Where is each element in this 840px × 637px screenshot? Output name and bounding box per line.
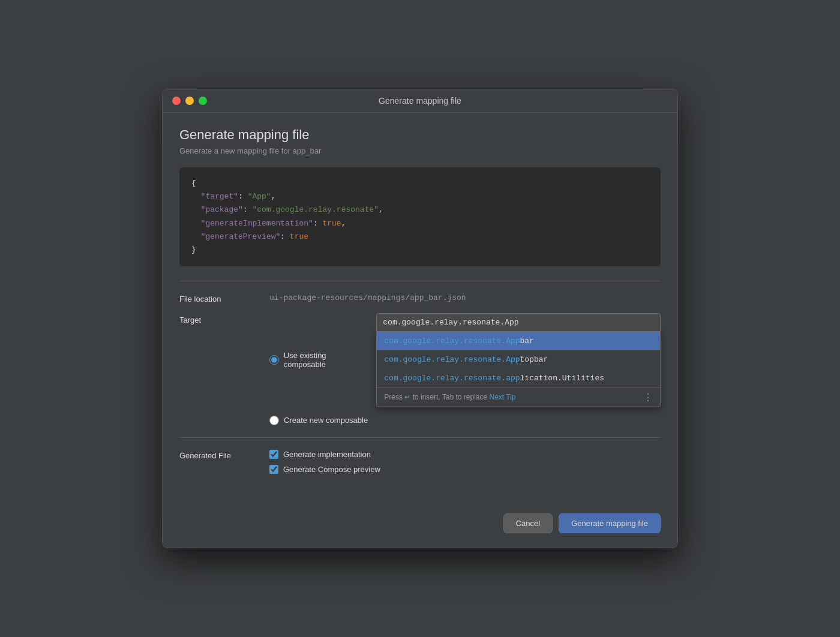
title-bar: Generate mapping file bbox=[163, 89, 677, 113]
target-row: Target Use existing composable bbox=[179, 313, 661, 425]
maximize-button[interactable] bbox=[199, 97, 207, 105]
window-title: Generate mapping file bbox=[379, 96, 461, 106]
code-val-gen-impl: true bbox=[322, 219, 341, 228]
gen-preview-option[interactable]: Generate Compose preview bbox=[269, 465, 380, 474]
ac-suffix-0: bar bbox=[520, 336, 534, 345]
next-tip-link[interactable]: Next Tip bbox=[490, 393, 516, 401]
close-button[interactable] bbox=[172, 97, 181, 105]
gen-impl-option[interactable]: Generate implementation bbox=[269, 450, 380, 459]
create-new-radio[interactable] bbox=[269, 416, 279, 425]
ac-base-1: com.google.relay.resonate.App bbox=[384, 355, 520, 364]
code-block: { "target": "App", "package": "com.googl… bbox=[179, 167, 661, 266]
ac-suffix-1: topbar bbox=[520, 355, 548, 364]
dialog-body: Generate mapping file Generate a new map… bbox=[163, 113, 677, 504]
ac-base-2: com.google.relay.resonate.app bbox=[384, 374, 520, 383]
file-location-value: ui-package-resources/mappings/app_bar.js… bbox=[269, 293, 466, 302]
autocomplete-dropdown: com.google.relay.resonate.Appbar com.goo… bbox=[376, 331, 661, 407]
more-options-icon[interactable]: ⋮ bbox=[643, 392, 653, 403]
create-new-option[interactable]: Create new composable bbox=[269, 416, 661, 425]
autocomplete-item-1[interactable]: com.google.relay.resonate.Apptopbar bbox=[377, 350, 660, 369]
autocomplete-item-0[interactable]: com.google.relay.resonate.Appbar bbox=[377, 332, 660, 350]
cancel-button[interactable]: Cancel bbox=[503, 513, 553, 533]
minimize-button[interactable] bbox=[185, 97, 194, 105]
code-key-gen-impl: "generateImplementation" bbox=[201, 219, 313, 228]
use-existing-option[interactable]: Use existing composable bbox=[269, 351, 369, 369]
use-existing-label: Use existing composable bbox=[284, 351, 370, 369]
dialog-footer: Cancel Generate mapping file bbox=[163, 504, 677, 548]
dialog-heading: Generate mapping file bbox=[179, 127, 661, 143]
target-options: Use existing composable com.google.relay… bbox=[269, 313, 661, 425]
gen-impl-label: Generate implementation bbox=[283, 450, 371, 459]
gen-preview-checkbox[interactable] bbox=[269, 465, 278, 474]
dialog: Generate mapping file Generate mapping f… bbox=[162, 89, 678, 548]
dialog-subheading: Generate a new mapping file for app_bar bbox=[179, 146, 661, 155]
autocomplete-wrapper: com.google.relay.resonate.Appbar com.goo… bbox=[376, 313, 661, 407]
file-location-label: File location bbox=[179, 293, 269, 304]
generated-file-options: Generate implementation Generate Compose… bbox=[269, 450, 380, 480]
file-location-row: File location ui-package-resources/mappi… bbox=[179, 293, 661, 304]
autocomplete-hint: Press ↵ to insert, Tab to replace Next T… bbox=[384, 393, 515, 401]
code-key-package: "package" bbox=[201, 205, 243, 214]
autocomplete-footer: Press ↵ to insert, Tab to replace Next T… bbox=[377, 387, 660, 407]
code-key-gen-preview: "generatePreview" bbox=[201, 232, 281, 241]
generate-button[interactable]: Generate mapping file bbox=[559, 513, 661, 533]
traffic-lights bbox=[172, 97, 207, 105]
generated-file-section: Generated File Generate implementation G… bbox=[179, 437, 661, 480]
ac-base-0: com.google.relay.resonate.App bbox=[384, 336, 520, 345]
ac-suffix-2: lication.Utilities bbox=[520, 374, 604, 383]
code-brace-open: { bbox=[191, 179, 196, 188]
gen-impl-checkbox[interactable] bbox=[269, 450, 278, 459]
use-existing-radio[interactable] bbox=[269, 355, 279, 365]
form-section: File location ui-package-resources/mappi… bbox=[179, 281, 661, 425]
code-val-package: "com.google.relay.resonate" bbox=[252, 205, 379, 214]
code-brace-close: } bbox=[191, 245, 196, 254]
code-key-target: "target" bbox=[201, 192, 238, 201]
use-existing-row: Use existing composable com.google.relay… bbox=[269, 313, 661, 407]
autocomplete-item-2[interactable]: com.google.relay.resonate.application.Ut… bbox=[377, 369, 660, 387]
create-new-label: Create new composable bbox=[284, 416, 368, 425]
gen-preview-label: Generate Compose preview bbox=[283, 465, 380, 474]
generated-file-label: Generated File bbox=[179, 450, 269, 460]
generated-file-row: Generated File Generate implementation G… bbox=[179, 450, 661, 480]
autocomplete-input[interactable] bbox=[376, 313, 661, 331]
code-val-gen-preview: true bbox=[290, 232, 308, 241]
code-val-target: "App" bbox=[248, 192, 271, 201]
target-label: Target bbox=[179, 313, 269, 324]
